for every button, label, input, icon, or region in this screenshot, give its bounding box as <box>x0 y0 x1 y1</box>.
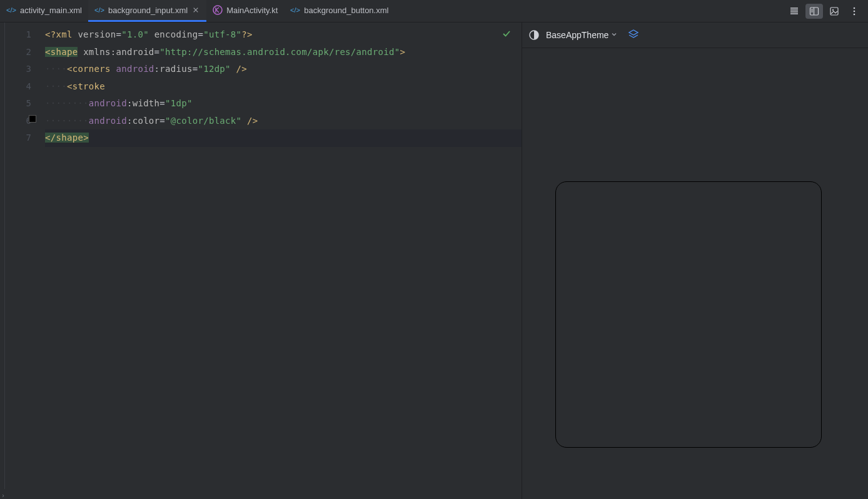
line-number: 5 <box>5 95 43 113</box>
svg-point-2 <box>213 6 222 14</box>
code-line: <shape xmlns:android="http://schemas.and… <box>45 44 522 61</box>
tab-background-input[interactable]: </> background_input.xml <box>88 0 206 22</box>
theme-name: BaseAppTheme <box>546 30 608 40</box>
code-area[interactable]: <?xml version="1.0" encoding="utf-8"?> <… <box>43 23 522 489</box>
svg-point-7 <box>832 9 834 10</box>
line-number: 2 <box>5 44 43 61</box>
tab-label: background_button.xml <box>304 6 388 15</box>
tab-activity-main[interactable]: </> activity_main.xml <box>0 0 88 22</box>
tab-bar: </> activity_main.xml </> background_inp… <box>0 0 868 23</box>
code-line: ····<corners android:radius="12dp" /> <box>45 61 522 78</box>
line-number: 6 <box>5 113 43 130</box>
svg-point-10 <box>854 13 855 15</box>
kotlin-file-icon <box>213 5 223 15</box>
view-design-icon[interactable] <box>825 4 843 19</box>
xml-file-icon: </> <box>6 5 16 15</box>
left-gutter-strip <box>0 23 5 489</box>
line-number: 4 <box>5 78 43 96</box>
preview-canvas[interactable] <box>522 48 868 499</box>
preview-pane: BaseAppTheme <box>522 23 868 499</box>
svg-text:</>: </> <box>94 6 104 14</box>
code-line: </shape> <box>45 129 522 147</box>
tab-background-button[interactable]: </> background_button.xml <box>284 0 395 22</box>
line-number: 3 <box>5 61 43 78</box>
tab-main-activity[interactable]: MainActivity.kt <box>206 0 284 22</box>
tabs-container: </> activity_main.xml </> background_inp… <box>0 0 785 22</box>
theme-selector[interactable]: BaseAppTheme <box>546 30 617 40</box>
close-icon[interactable] <box>191 6 200 14</box>
code-line: <?xml version="1.0" encoding="utf-8"?> <box>45 26 522 44</box>
main-split: 1 2 3 4 5 6 7 <?xml version="1.0" encodi… <box>0 23 868 499</box>
line-number: 1 <box>5 26 43 44</box>
tab-label: MainActivity.kt <box>226 6 278 15</box>
svg-text:</>: </> <box>6 6 16 14</box>
layers-icon[interactable] <box>627 28 640 43</box>
preview-canvas-wrap <box>522 48 868 499</box>
view-code-icon[interactable] <box>785 4 803 19</box>
editor-wrapper: 1 2 3 4 5 6 7 <?xml version="1.0" encodi… <box>0 23 522 499</box>
code-line: ········android:color="@color/black" /> <box>45 113 522 130</box>
tab-label: background_input.xml <box>108 6 188 15</box>
theme-icon[interactable] <box>528 29 540 41</box>
xml-file-icon: </> <box>290 5 300 15</box>
code-line: ········android:width="1dp" <box>45 95 522 113</box>
svg-point-9 <box>854 10 855 12</box>
preview-toolbar: BaseAppTheme <box>522 23 868 48</box>
line-gutter: 1 2 3 4 5 6 7 <box>5 23 43 489</box>
chevron-down-icon <box>611 31 617 39</box>
tab-label: activity_main.xml <box>20 6 82 15</box>
more-icon[interactable] <box>845 4 863 19</box>
inspection-ok-icon[interactable] <box>502 28 512 45</box>
breadcrumb-chevron-icon[interactable]: › <box>1 492 5 499</box>
code-line: ····<stroke <box>45 78 522 96</box>
editor-pane: 1 2 3 4 5 6 7 <?xml version="1.0" encodi… <box>0 23 522 489</box>
line-number: 7 <box>5 129 43 147</box>
toolbar-right <box>785 4 868 19</box>
view-split-icon[interactable] <box>805 4 823 19</box>
preview-rendered-shape <box>555 181 822 448</box>
svg-point-8 <box>854 7 855 9</box>
xml-file-icon: </> <box>94 5 104 15</box>
svg-text:</>: </> <box>290 6 300 14</box>
breadcrumb-bar: › <box>0 489 522 499</box>
color-swatch-icon[interactable] <box>29 115 36 123</box>
